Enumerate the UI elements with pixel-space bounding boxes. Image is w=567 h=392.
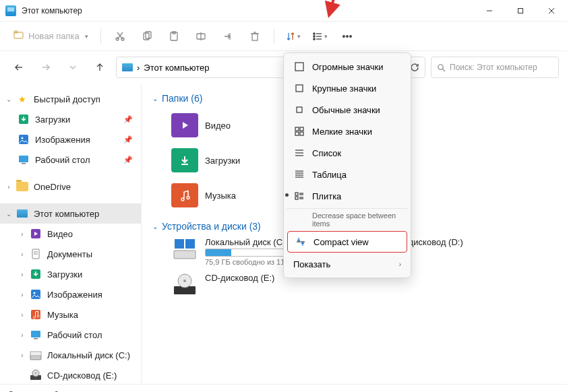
sidebar-item-onedrive[interactable]: › OneDrive — [0, 176, 141, 197]
view-menu: Огромные значки Крупные значки Обычные з… — [283, 53, 411, 278]
svg-point-20 — [314, 32, 315, 34]
svg-rect-35 — [22, 163, 26, 164]
navigation-pane[interactable]: ⌄ ★ Быстрый доступ Загрузки 📌 Изображени… — [0, 84, 142, 384]
chevron-right-icon: › — [4, 183, 13, 191]
app-icon — [5, 5, 16, 16]
tiles-icon — [293, 191, 305, 201]
details-icon — [293, 169, 305, 180]
desktop-icon — [30, 329, 42, 341]
svg-point-22 — [314, 38, 315, 39]
menu-item-large-icons[interactable]: Крупные значки — [287, 77, 408, 99]
svg-point-26 — [342, 35, 345, 37]
minimize-button[interactable] — [474, 0, 505, 22]
more-button[interactable] — [335, 26, 359, 47]
back-button[interactable] — [8, 57, 30, 78]
svg-line-30 — [442, 69, 445, 71]
svg-rect-52 — [175, 239, 184, 249]
svg-point-28 — [349, 35, 351, 37]
sidebar-item-desktop-pc[interactable]: ›Рабочий стол — [0, 325, 141, 345]
active-indicator — [285, 193, 289, 197]
list-icon — [293, 148, 305, 158]
new-folder-button[interactable]: Новая папка ▾ — [8, 27, 94, 45]
sidebar-item-downloads[interactable]: Загрузки 📌 — [0, 109, 141, 129]
sidebar-item-documents[interactable]: ›Документы — [0, 244, 141, 264]
menu-item-small-icons[interactable]: Мелкие значки — [287, 121, 408, 142]
pc-icon — [122, 63, 133, 71]
small-icons-icon — [293, 126, 305, 137]
chevron-down-icon: ⌄ — [4, 210, 13, 218]
large-icons-icon — [293, 83, 305, 94]
status-bar: Элементов: 9 — [0, 384, 567, 392]
svg-rect-45 — [34, 338, 38, 339]
chevron-down-icon: ▾ — [85, 33, 88, 40]
delete-button[interactable] — [243, 26, 267, 47]
video-icon — [171, 113, 198, 137]
svg-rect-59 — [297, 107, 302, 112]
menu-item-show[interactable]: Показать› — [287, 253, 408, 275]
menu-item-list[interactable]: Список — [287, 142, 408, 164]
menu-item-compact-view[interactable]: Compact view — [287, 231, 407, 253]
sort-button[interactable]: ▾ — [281, 26, 305, 47]
new-folder-icon — [13, 30, 24, 42]
svg-rect-34 — [19, 156, 28, 162]
svg-rect-60 — [295, 127, 299, 131]
svg-rect-41 — [31, 290, 40, 299]
menu-item-medium-icons[interactable]: Обычные значки — [287, 99, 408, 121]
sidebar-item-desktop[interactable]: Рабочий стол 📌 — [0, 150, 141, 170]
svg-rect-74 — [295, 197, 298, 199]
menu-item-details[interactable]: Таблица — [287, 164, 408, 185]
title-bar: Этот компьютер — [0, 0, 567, 22]
svg-point-33 — [22, 137, 24, 139]
svg-point-27 — [346, 35, 348, 37]
search-placeholder: Поиск: Этот компьютер — [450, 63, 537, 72]
forward-button[interactable] — [35, 57, 57, 78]
downloads-icon — [30, 268, 42, 280]
pin-icon: 📌 — [123, 115, 133, 124]
sidebar-item-this-pc[interactable]: ⌄ Этот компьютер — [0, 203, 141, 224]
maximize-button[interactable] — [505, 0, 536, 22]
search-icon — [437, 63, 446, 72]
chevron-down-icon: ⌄ — [152, 95, 158, 102]
pictures-icon — [30, 288, 42, 300]
sidebar-item-cd-drive[interactable]: CD-дисковод (E:) — [0, 365, 141, 384]
svg-rect-17 — [252, 34, 258, 40]
breadcrumb-item[interactable]: Этот компьютер — [144, 63, 209, 73]
search-input[interactable]: Поиск: Этот компьютер — [431, 57, 559, 78]
menu-item-xl-icons[interactable]: Огромные значки — [287, 56, 408, 77]
pictures-icon — [18, 133, 30, 145]
sidebar-item-music-pc[interactable]: ›Музыка — [0, 304, 141, 325]
rename-button[interactable] — [189, 26, 213, 47]
chevron-down-icon: ⌄ — [152, 223, 158, 230]
svg-rect-1 — [518, 8, 523, 13]
sidebar-item-videos[interactable]: ›Видео — [0, 224, 141, 244]
svg-line-4 — [329, 0, 337, 15]
cd-icon — [30, 369, 42, 381]
menu-item-tiles[interactable]: Плитка — [287, 185, 408, 207]
window-title: Этот компьютер — [22, 6, 474, 15]
sidebar-item-downloads-pc[interactable]: ›Загрузки — [0, 264, 141, 284]
svg-point-21 — [314, 35, 315, 36]
pc-icon — [16, 207, 28, 220]
copy-button[interactable] — [135, 26, 159, 47]
up-button[interactable] — [89, 57, 111, 78]
folder-icon — [16, 181, 28, 193]
disk-icon — [30, 349, 42, 361]
sidebar-item-quick-access[interactable]: ⌄ ★ Быстрый доступ — [0, 89, 141, 109]
share-button[interactable] — [216, 26, 240, 47]
paste-button[interactable] — [162, 26, 186, 47]
xl-icons-icon — [293, 61, 305, 72]
svg-point-56 — [183, 280, 186, 282]
recent-button[interactable] — [62, 57, 84, 78]
menu-subtitle: Decrease space between items — [287, 208, 408, 230]
sidebar-item-pictures[interactable]: Изображения 📌 — [0, 129, 141, 150]
medium-icons-icon — [293, 104, 305, 115]
cut-button[interactable] — [108, 26, 132, 47]
svg-rect-71 — [295, 193, 298, 195]
compact-icon — [295, 236, 307, 247]
sidebar-item-pictures-pc[interactable]: ›Изображения — [0, 284, 141, 304]
view-button[interactable]: ▾ — [308, 26, 332, 47]
svg-rect-53 — [185, 239, 195, 249]
svg-point-29 — [438, 64, 443, 69]
close-button[interactable] — [536, 0, 567, 22]
sidebar-item-local-disk[interactable]: ›Локальный диск (C:) — [0, 345, 141, 365]
